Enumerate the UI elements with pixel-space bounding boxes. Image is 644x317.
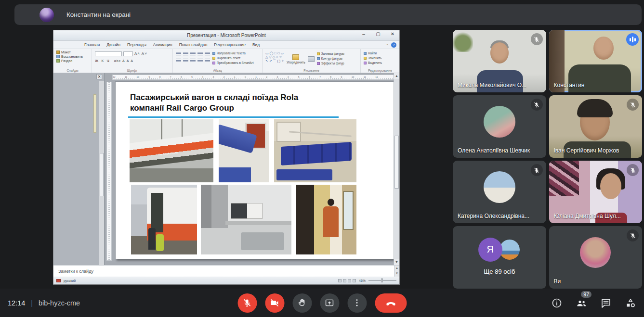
end-call-button[interactable] [375,293,407,313]
divider: | [31,299,33,307]
shape-outline-button: Контур фигуры [317,57,344,60]
shape-effects-button: Эффекты фигур [317,62,344,65]
panel-scrollbar [99,81,104,265]
presentation-tile[interactable]: Презентация - Microsoft PowerPoint – ▢ ✕… [53,30,400,285]
stacked-avatars: Я [478,237,521,262]
participant-tile-ivan[interactable]: Іван Сергійович Моржов [549,95,643,158]
camera-off-button[interactable] [265,293,284,313]
participant-name: Іван Сергійович Моржов [554,147,619,154]
status-language: русский [64,279,76,282]
slides-group-label: Слайды [53,69,92,72]
paragraph-group-label: Абзац [173,69,262,72]
select-button: Выделить [364,61,382,64]
scroll-down-icon: ▼ [394,259,399,265]
participant-name: Юліана Дмитрівна Шул... [554,213,621,219]
powerpoint-status-bar: русский 46% [53,277,399,284]
participant-tile-mykola[interactable]: Микола Миколайович О... [453,30,546,92]
raise-hand-button[interactable] [292,293,312,313]
tab-transitions: Переходы [127,42,146,47]
presenting-banner: Константин на екрані [14,4,642,25]
mic-off-button[interactable] [237,293,257,313]
section-button: Раздел [56,59,83,63]
close-panel-icon: ✕ [96,74,102,79]
title-underline [128,116,339,118]
slide-photo-corridor [296,185,356,254]
participant-name: Константин [554,82,585,89]
shape-gallery-row3: ↖ ↗ ⌒ ( ) ✧ [265,59,284,63]
ribbon-group-font: A˄ A˅ Ж К Ч abc А́ А A Шрифт [92,49,173,73]
participant-avatar [484,171,515,203]
participant-name: Микола Миколайович О... [458,82,526,89]
editing-group-label: Редактирование [361,69,399,72]
bold-italic-underline-icons: Ж К Ч [95,59,110,63]
participants-grid: Микола Миколайович О... Константин Олена… [453,30,642,289]
participant-name: Катерина Олександрівна... [458,213,529,219]
view-mode-icons [338,279,356,282]
present-button[interactable] [320,293,339,313]
people-panel-button[interactable]: 97 [576,297,587,309]
mic-muted-icon [531,33,543,45]
chat-panel-button[interactable] [600,297,612,309]
meeting-details-button[interactable] [551,297,563,309]
participant-avatar [484,106,515,138]
presenter-avatar [39,8,54,22]
ribbon-group-paragraph: Направление текста Выровнять текст Преоб… [173,49,263,73]
more-participants-label: Ще 89 осіб [484,268,515,275]
self-avatar [580,237,611,268]
panel-controls: 97 [551,289,636,317]
notes-scrollbar: ▲▼ [394,266,399,277]
shape-gallery-row2: △ ▽ ◇ ○ ☆ [265,55,284,59]
slides-thumbnail-panel: ✕ [53,73,105,265]
zoom-slider [368,280,396,281]
slide-scrollbar: ▲ ▼ [394,73,399,265]
align-text-button: Выровнять текст [212,56,253,60]
mic-muted-icon [627,164,639,176]
tab-review: Рецензирование [214,42,246,47]
participant-tile-kateryna[interactable]: Катерина Олександрівна... [453,161,546,223]
text-direction-button: Направление текста [212,51,253,55]
quick-styles-button [308,51,315,68]
self-tile[interactable]: Ви [549,226,643,289]
help-icon: ? [391,42,396,48]
mic-muted-icon [531,164,543,176]
ribbon-tab-row: Главная Дизайн Переходы Анимация Показ с… [53,41,399,49]
shape-gallery-row1: ▭ ◯ □ ⬭ ▱ [265,51,284,55]
slide-photo-kitchen [201,185,291,254]
participant-tile-olena[interactable]: Олена Анатоліївна Шевчик [453,95,546,158]
mic-muted-icon [627,99,639,111]
avatar-letter: Я [478,238,502,262]
mic-muted-icon [531,99,543,111]
ribbon: Макет Восстановить Раздел Слайды A˄ A˅ Ж… [53,49,399,73]
ribbon-group-slides: Макет Восстановить Раздел Слайды [53,49,92,73]
activities-button[interactable] [625,297,636,309]
close-icon: ✕ [388,31,397,37]
presenting-banner-text: Константин на екрані [66,11,131,18]
slide-photo-train-exterior: The ROLA Experts [130,119,213,182]
people-count-badge: 97 [581,291,591,298]
meeting-info: 12:14 | bib-hyzc-cme [8,289,80,317]
powerpoint-title-bar: Презентация - Microsoft PowerPoint – ▢ ✕ [53,30,399,41]
participant-tile-konstantin[interactable]: Константин [549,30,643,92]
slide-work-area: ✕ 12 11 10 9 8 7 6 5 4 3 2 1 0 1 2 3 4 5… [53,73,399,265]
powerpoint-window-title: Презентация - Microsoft PowerPoint [53,33,399,38]
more-participants-tile[interactable]: Я Ще 89 осіб [453,226,546,289]
notes-placeholder: Заметки к слайду [53,269,93,274]
participant-tile-yuliana[interactable]: Юліана Дмитрівна Шул... [549,161,643,223]
meeting-code: bib-hyzc-cme [39,299,80,307]
slide-title: Пасажирський вагон в складі поїзда Rola … [130,92,337,114]
google-meet-window: Константин на екрані Презентация - Micro… [0,0,644,317]
reset-button: Восстановить [56,55,83,58]
notes-pane: Заметки к слайду ▲▼ [53,265,399,277]
call-controls [237,289,407,317]
slide-photo-seating-area [274,119,356,182]
tab-design: Дизайн [106,42,120,47]
font-group-label: Шрифт [92,69,172,72]
find-button: Найти [364,51,382,55]
more-options-button[interactable] [347,293,367,313]
drawing-group-label: Рисование [263,69,360,72]
ribbon-group-drawing: ▭ ◯ □ ⬭ ▱ △ ▽ ◇ ○ ☆ ↖ ↗ ⌒ ( ) ✧ Упорядоч… [263,49,361,73]
collapse-ribbon-icon: ^ [386,43,388,47]
participant-name: Олена Анатоліївна Шевчик [458,147,530,154]
arrange-button: Упорядочить [287,51,305,68]
layout-button: Макет [56,51,83,54]
